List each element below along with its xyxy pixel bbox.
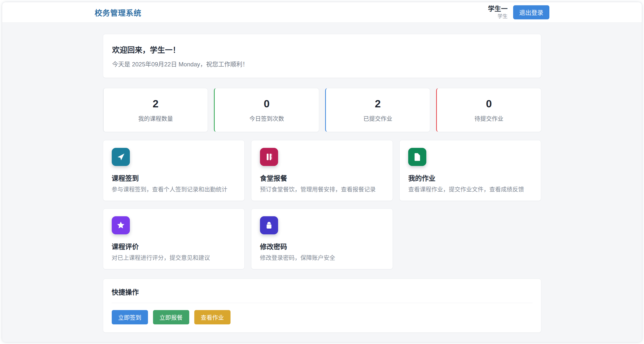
view-homework-button[interactable]: 查看作业 — [194, 310, 231, 324]
stat-label: 已提交作业 — [363, 114, 392, 122]
stat-card-today-checkins: 0 今日签到次数 — [214, 88, 319, 132]
feature-description: 对已上课程进行评分，提交意见和建议 — [112, 254, 236, 262]
stat-card-my-courses: 2 我的课程数量 — [103, 88, 208, 132]
file-icon — [408, 148, 426, 166]
top-navbar: 校务管理系统 学生一 学生 退出登录 — [2, 2, 642, 23]
feature-title: 修改密码 — [260, 241, 384, 251]
star-icon — [112, 216, 130, 234]
order-meal-now-button[interactable]: 立即报餐 — [153, 310, 189, 324]
welcome-title: 欢迎回来，学生一！ — [112, 44, 532, 55]
feature-description: 查看课程作业，提交作业文件，查看成绩反馈 — [408, 186, 532, 193]
feature-title: 课程评价 — [112, 241, 236, 251]
quick-actions-title: 快捷操作 — [112, 287, 533, 297]
stat-value: 2 — [375, 98, 381, 110]
feature-title: 我的作业 — [408, 173, 532, 183]
welcome-date-text: 今天是 2025年09月22日 Monday，祝您工作顺利！ — [112, 59, 532, 68]
feature-cards: 课程签到 参与课程签到，查看个人签到记录和出勤统计 — [103, 140, 541, 269]
welcome-card: 欢迎回来，学生一！ 今天是 2025年09月22日 Monday，祝您工作顺利！ — [103, 34, 541, 78]
main-content: 欢迎回来，学生一！ 今天是 2025年09月22日 Monday，祝您工作顺利！… — [2, 23, 642, 342]
user-name: 学生一 — [488, 5, 508, 13]
user-role: 学生 — [488, 14, 508, 19]
feature-description: 参与课程签到，查看个人签到记录和出勤统计 — [112, 186, 236, 193]
feature-title: 课程签到 — [112, 173, 236, 183]
lock-icon — [260, 216, 278, 234]
cutlery-icon — [260, 148, 278, 166]
quick-actions-card: 快捷操作 立即签到 立即报餐 查看作业 — [103, 279, 541, 333]
check-in-icon — [112, 148, 130, 166]
stat-value: 2 — [153, 98, 159, 110]
checkin-now-button[interactable]: 立即签到 — [112, 310, 148, 324]
stat-label: 今日签到次数 — [249, 114, 284, 122]
stats-row: 2 我的课程数量 0 今日签到次数 2 已提交作业 0 待提交作业 — [103, 88, 541, 132]
logout-button[interactable]: 退出登录 — [513, 5, 549, 19]
stat-label: 我的课程数量 — [138, 114, 173, 122]
divider — [112, 303, 533, 303]
feature-card-course-checkin[interactable]: 课程签到 参与课程签到，查看个人签到记录和出勤统计 — [103, 140, 245, 201]
feature-card-course-evaluation[interactable]: 课程评价 对已上课程进行评分，提交意见和建议 — [103, 208, 245, 269]
feature-card-my-homework[interactable]: 我的作业 查看课程作业，提交作业文件，查看成绩反馈 — [399, 140, 541, 201]
stat-card-pending-homework: 0 待提交作业 — [436, 88, 541, 132]
feature-card-canteen-meal[interactable]: 食堂报餐 预订食堂餐饮，管理用餐安排，查看报餐记录 — [251, 140, 393, 201]
stat-label: 待提交作业 — [474, 114, 503, 122]
feature-description: 修改登录密码，保障账户安全 — [260, 254, 384, 262]
stat-value: 0 — [486, 98, 492, 110]
stat-card-submitted-homework: 2 已提交作业 — [325, 88, 430, 132]
feature-description: 预订食堂餐饮，管理用餐安排，查看报餐记录 — [260, 186, 384, 193]
feature-title: 食堂报餐 — [260, 173, 384, 183]
quick-action-buttons: 立即签到 立即报餐 查看作业 — [112, 310, 533, 324]
app-window: 校务管理系统 学生一 学生 退出登录 欢迎回来，学生一！ 今天是 2025年09… — [2, 2, 642, 342]
stat-value: 0 — [264, 98, 270, 110]
user-info: 学生一 学生 — [488, 5, 508, 20]
app-title: 校务管理系统 — [95, 7, 141, 18]
feature-card-change-password[interactable]: 修改密码 修改登录密码，保障账户安全 — [251, 208, 393, 269]
